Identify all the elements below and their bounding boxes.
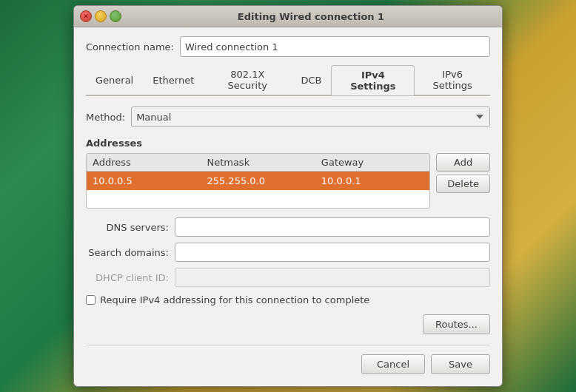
address-buttons: Add Delete (436, 153, 490, 193)
search-domains-row: Search domains: (86, 243, 490, 262)
cell-address: 10.0.0.5 (87, 172, 201, 190)
cell-empty-1 (87, 190, 201, 208)
tab-ipv6[interactable]: IPv6 Settings (415, 64, 490, 95)
tab-dcb[interactable]: DCB (291, 64, 331, 95)
maximize-button[interactable] (110, 10, 121, 22)
method-select[interactable]: ManualAutomatic (DHCP)Link-Local OnlySha… (131, 107, 490, 127)
dhcp-client-row: DHCP client ID: (86, 268, 490, 287)
tabs-bar: General Ethernet 802.1X Security DCB IPv… (86, 64, 490, 96)
col-netmask: Netmask (201, 154, 315, 171)
addresses-title: Addresses (86, 138, 490, 149)
bottom-buttons: Cancel Save (86, 345, 490, 374)
table-row-empty (87, 190, 429, 208)
save-button[interactable]: Save (431, 354, 490, 374)
titlebar-title: Editing Wired connection 1 (126, 11, 496, 22)
search-domains-input[interactable] (175, 243, 490, 262)
cell-empty-2 (201, 190, 315, 208)
minimize-button[interactable] (95, 10, 107, 22)
cell-empty-3 (315, 190, 429, 208)
tab-ethernet[interactable]: Ethernet (143, 64, 204, 95)
method-row: Method: ManualAutomatic (DHCP)Link-Local… (86, 107, 490, 127)
cell-gateway: 10.0.0.1 (315, 172, 429, 190)
ipv4-required-label[interactable]: Require IPv4 addressing for this connect… (100, 294, 369, 305)
tab-ipv4[interactable]: IPv4 Settings (331, 65, 415, 95)
cell-netmask: 255.255.0.0 (201, 172, 315, 190)
delete-button[interactable]: Delete (436, 175, 490, 193)
dns-servers-row: DNS servers: (86, 217, 490, 237)
tab-8021x[interactable]: 802.1X Security (204, 64, 291, 95)
dhcp-client-label: DHCP client ID: (86, 272, 175, 283)
dhcp-client-input (175, 268, 490, 287)
dns-servers-input[interactable] (175, 217, 490, 237)
routes-row: Routes... (86, 314, 490, 334)
connection-name-row: Connection name: (86, 36, 490, 57)
routes-button[interactable]: Routes... (423, 314, 490, 334)
col-gateway: Gateway (315, 154, 429, 171)
cancel-button[interactable]: Cancel (361, 354, 425, 374)
search-domains-label: Search domains: (86, 247, 175, 258)
tab-general[interactable]: General (86, 64, 143, 95)
connection-name-input[interactable] (180, 36, 490, 57)
addresses-table: Address Netmask Gateway 10.0.0.5 255.255… (86, 153, 430, 209)
close-button[interactable]: ✕ (80, 10, 92, 22)
dns-servers-label: DNS servers: (86, 222, 175, 233)
add-button[interactable]: Add (436, 153, 490, 172)
addresses-container: Address Netmask Gateway 10.0.0.5 255.255… (86, 153, 490, 209)
main-window: ✕ Editing Wired connection 1 Connection … (73, 5, 503, 387)
window-content: Connection name: General Ethernet 802.1X… (74, 27, 502, 386)
table-header: Address Netmask Gateway (87, 154, 429, 172)
addresses-section: Addresses Address Netmask Gateway 10.0.0… (86, 138, 490, 209)
col-address: Address (87, 154, 201, 171)
checkbox-row: Require IPv4 addressing for this connect… (86, 294, 490, 305)
connection-name-label: Connection name: (86, 41, 174, 53)
window-buttons: ✕ (80, 10, 121, 22)
method-label: Method: (86, 112, 125, 123)
table-row[interactable]: 10.0.0.5 255.255.0.0 10.0.0.1 (87, 172, 429, 190)
ipv4-required-checkbox[interactable] (86, 295, 96, 305)
titlebar: ✕ Editing Wired connection 1 (74, 6, 502, 27)
